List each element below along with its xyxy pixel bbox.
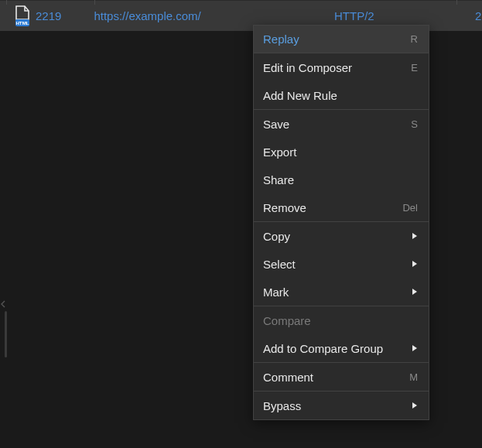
submenu-arrow-icon <box>412 260 418 268</box>
menu-item-label: Remove <box>263 201 402 214</box>
menu-item-export[interactable]: Export <box>254 138 429 166</box>
svg-text:HTML: HTML <box>15 20 29 26</box>
submenu-arrow-icon <box>412 344 418 352</box>
submenu-arrow-icon <box>412 288 418 296</box>
menu-item-add-to-compare-group[interactable]: Add to Compare Group <box>254 334 429 362</box>
submenu-arrow-icon <box>412 402 418 409</box>
menu-item-shortcut: E <box>411 62 418 74</box>
session-url: https://example.com/ <box>94 9 200 22</box>
session-trailing-value: 2 <box>475 9 481 22</box>
session-protocol: HTTP/2 <box>334 9 374 22</box>
menu-item-shortcut: S <box>411 118 418 130</box>
session-id: 2219 <box>36 9 61 22</box>
menu-item-mark[interactable]: Mark <box>254 278 429 306</box>
menu-item-label: Save <box>263 118 411 131</box>
menu-item-label: Export <box>263 145 418 159</box>
menu-item-edit-in-composer[interactable]: Edit in ComposerE <box>254 53 429 81</box>
menu-item-label: Select <box>263 258 412 271</box>
menu-item-shortcut: R <box>411 33 418 45</box>
menu-item-add-new-rule[interactable]: Add New Rule <box>254 81 429 109</box>
menu-item-label: Copy <box>263 230 412 243</box>
menu-item-label: Compare <box>263 314 418 327</box>
html-file-icon: HTML <box>14 5 31 27</box>
menu-item-shortcut: Del <box>402 202 418 214</box>
context-menu: ReplayREdit in ComposerEAdd New RuleSave… <box>253 25 429 420</box>
menu-item-comment[interactable]: CommentM <box>254 363 429 391</box>
menu-item-replay[interactable]: ReplayR <box>254 26 429 53</box>
panel-collapse-handle[interactable] <box>0 299 6 309</box>
column-divider <box>94 0 95 5</box>
menu-item-label: Comment <box>263 371 409 384</box>
submenu-arrow-icon <box>412 232 418 240</box>
menu-item-label: Add to Compare Group <box>263 342 412 355</box>
column-divider <box>6 0 7 5</box>
menu-item-compare: Compare <box>254 306 429 334</box>
menu-item-save[interactable]: SaveS <box>254 110 429 138</box>
menu-item-label: Share <box>263 173 418 186</box>
column-divider <box>456 0 457 5</box>
menu-item-label: Add New Rule <box>263 89 418 102</box>
menu-item-label: Bypass <box>263 399 412 412</box>
menu-item-label: Edit in Composer <box>263 61 411 74</box>
menu-item-label: Replay <box>263 32 411 46</box>
menu-item-shortcut: M <box>409 371 418 383</box>
menu-item-share[interactable]: Share <box>254 166 429 193</box>
menu-item-label: Mark <box>263 286 412 299</box>
menu-item-select[interactable]: Select <box>254 250 429 278</box>
sessions-panel: ReplayREdit in ComposerEAdd New RuleSave… <box>0 31 482 448</box>
menu-item-copy[interactable]: Copy <box>254 222 429 250</box>
scrollbar-thumb[interactable] <box>5 311 7 357</box>
menu-item-remove[interactable]: RemoveDel <box>254 193 429 221</box>
menu-item-bypass[interactable]: Bypass <box>254 392 429 419</box>
